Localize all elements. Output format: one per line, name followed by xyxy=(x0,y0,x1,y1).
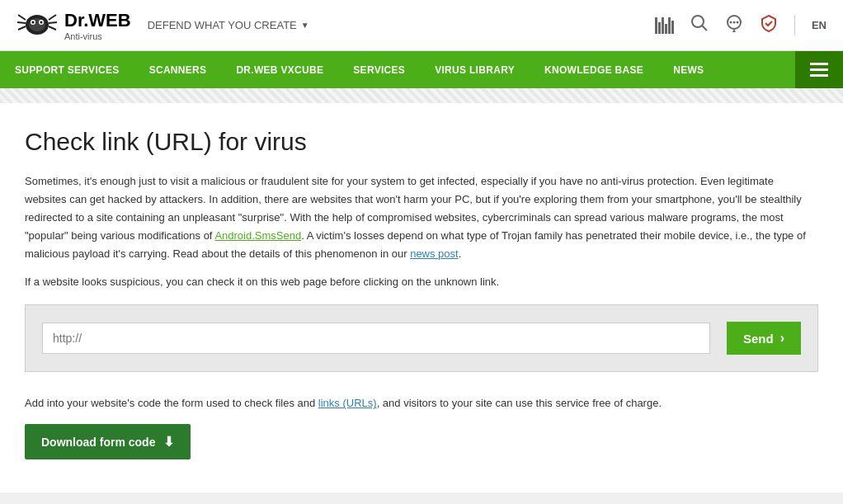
main-content: Check link (URL) for virus Sometimes, it… xyxy=(0,103,843,492)
logo-subtitle: Anti-virus xyxy=(64,31,131,41)
nav-item-vxcube[interactable]: DR.WEB VXCUBE xyxy=(221,53,338,87)
links-urls-link[interactable]: links (URLs) xyxy=(318,397,377,409)
svg-point-16 xyxy=(732,21,735,24)
url-check-container: Send › xyxy=(25,304,818,372)
desc-text-3: . xyxy=(459,247,462,260)
download-label: Download form code xyxy=(41,436,155,449)
svg-line-13 xyxy=(702,26,707,31)
description-paragraph: Sometimes, it's enough just to visit a m… xyxy=(25,172,818,263)
bottom-text-before: Add into your website's code the form us… xyxy=(25,397,318,409)
nav-item-news[interactable]: NEWS xyxy=(658,53,718,87)
send-label: Send xyxy=(743,332,774,346)
tagline[interactable]: DEFEND WHAT YOU CREATE ▼ xyxy=(148,19,309,31)
send-button[interactable]: Send › xyxy=(727,322,801,355)
nav-item-services[interactable]: SERVICES xyxy=(338,53,420,87)
download-form-code-button[interactable]: Download form code ⬇ xyxy=(25,424,191,459)
barcode-icon[interactable] xyxy=(655,17,674,34)
logo-area: Dr.WEB Anti-virus xyxy=(16,7,131,44)
header-icons: EN xyxy=(655,14,827,36)
news-post-link[interactable]: news post xyxy=(410,247,459,260)
main-nav: SUPPORT SERVICES SCANNERS DR.WEB VXCUBE … xyxy=(0,51,843,88)
decorative-stripe xyxy=(0,88,843,103)
bottom-text-mid: , and visitors to your site can use this… xyxy=(377,397,662,409)
hamburger-line-3 xyxy=(810,74,828,77)
nav-item-knowledge-base[interactable]: KNOWLEDGE BASE xyxy=(530,53,658,87)
logo-text-area: Dr.WEB Anti-virus xyxy=(64,10,131,41)
hamburger-line-2 xyxy=(810,68,828,71)
svg-point-11 xyxy=(40,21,43,24)
android-link[interactable]: Android.SmsSend xyxy=(214,229,301,242)
header-divider xyxy=(794,15,795,35)
svg-point-12 xyxy=(692,16,704,27)
hamburger-line-1 xyxy=(810,63,828,65)
tagline-dropdown-icon: ▼ xyxy=(301,21,309,30)
svg-line-6 xyxy=(49,22,57,23)
page-title: Check link (URL) for virus xyxy=(25,128,818,156)
svg-line-4 xyxy=(18,26,26,30)
svg-point-17 xyxy=(736,21,738,24)
svg-point-15 xyxy=(729,21,732,24)
svg-line-5 xyxy=(49,15,56,20)
logo-name: Dr.WEB xyxy=(64,10,131,31)
download-icon: ⬇ xyxy=(163,434,174,450)
header: Dr.WEB Anti-virus DEFEND WHAT YOU CREATE… xyxy=(0,0,843,51)
search-icon[interactable] xyxy=(690,14,709,36)
svg-point-10 xyxy=(32,21,35,24)
send-chevron-icon: › xyxy=(780,331,784,346)
chat-icon[interactable] xyxy=(725,14,743,36)
svg-line-7 xyxy=(49,26,56,30)
hamburger-menu-button[interactable] xyxy=(795,51,843,88)
svg-line-3 xyxy=(17,22,26,23)
svg-line-2 xyxy=(18,15,26,20)
tagline-text: DEFEND WHAT YOU CREATE xyxy=(148,19,297,31)
nav-item-support[interactable]: SUPPORT SERVICES xyxy=(0,53,134,87)
language-button[interactable]: EN xyxy=(812,19,827,31)
bottom-description: Add into your website's code the form us… xyxy=(25,397,818,409)
svg-point-1 xyxy=(29,18,45,31)
info-text: If a website looks suspicious, you can c… xyxy=(25,276,818,288)
url-input[interactable] xyxy=(42,323,710,354)
drweb-logo-icon xyxy=(16,7,58,44)
nav-item-scanners[interactable]: SCANNERS xyxy=(134,53,222,87)
nav-item-virus-library[interactable]: VIRUS LIBRARY xyxy=(420,53,530,87)
shield-icon[interactable] xyxy=(760,14,778,36)
